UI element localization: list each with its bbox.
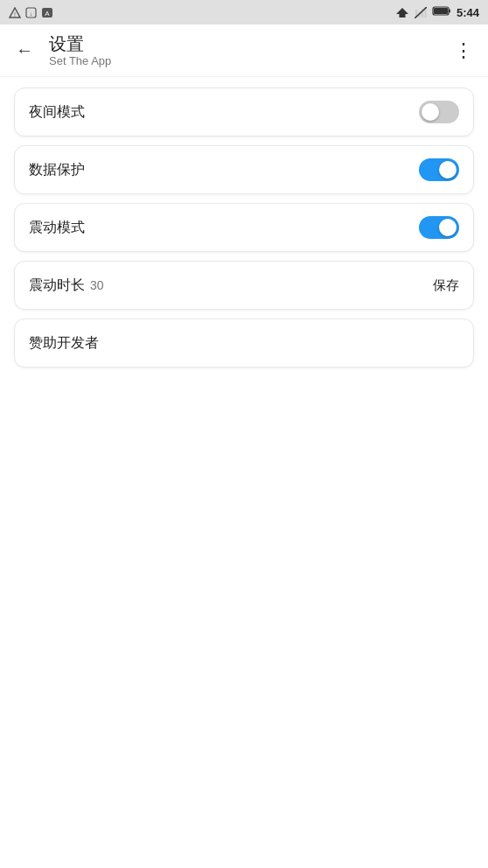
- back-arrow-icon: ←: [16, 40, 33, 60]
- data-protection-label: 数据保护: [29, 161, 419, 179]
- download-icon: ↓: [25, 7, 37, 18]
- save-button[interactable]: 保存: [433, 277, 459, 294]
- data-protection-row: 数据保护: [14, 145, 474, 194]
- more-dots-icon: ⋮: [454, 39, 474, 62]
- app-bar: ← 设置 Set The App ⋮: [0, 24, 488, 77]
- vibration-mode-toggle[interactable]: [419, 216, 459, 239]
- vibration-mode-row: 震动模式: [14, 203, 474, 252]
- status-bar: ! ↓ A 5:44: [0, 0, 488, 24]
- battery-icon: [432, 5, 451, 19]
- svg-rect-14: [434, 8, 448, 14]
- svg-text:A: A: [45, 10, 50, 18]
- svg-text:!: !: [14, 11, 16, 18]
- back-button[interactable]: ←: [7, 33, 42, 68]
- night-mode-toggle[interactable]: [419, 101, 459, 123]
- status-bar-left: ! ↓ A: [9, 7, 53, 18]
- vibration-duration-label: 震动时长: [29, 276, 85, 295]
- vibration-duration-content: 震动时长 30 保存: [29, 276, 459, 295]
- sponsor-row[interactable]: 赞助开发者: [14, 318, 474, 368]
- night-mode-thumb: [422, 103, 439, 121]
- vibration-duration-row: 震动时长 30 保存: [14, 261, 474, 310]
- page-title: 设置: [49, 33, 446, 54]
- settings-content: 夜间模式 数据保护 震动模式 震动时长 30 保存 赞助开发者: [0, 77, 488, 378]
- page-subtitle: Set The App: [49, 54, 446, 67]
- vibration-mode-thumb: [439, 219, 457, 236]
- svg-marker-6: [396, 8, 408, 18]
- time-display: 5:44: [457, 6, 479, 19]
- app-bar-title: 设置 Set The App: [49, 33, 446, 67]
- sponsor-label: 赞助开发者: [29, 334, 99, 353]
- svg-rect-13: [449, 10, 450, 13]
- night-mode-row: 夜间模式: [14, 88, 474, 136]
- signal-off-icon: [415, 7, 427, 18]
- vibration-duration-value: 30: [90, 278, 104, 292]
- data-protection-thumb: [439, 161, 457, 178]
- vibration-mode-label: 震动模式: [29, 219, 419, 237]
- warning-icon: !: [9, 7, 21, 18]
- app-icon: A: [41, 7, 53, 18]
- status-bar-right: 5:44: [395, 5, 479, 19]
- data-protection-toggle[interactable]: [419, 158, 459, 181]
- wifi-signal-icon: [395, 7, 409, 18]
- svg-text:↓: ↓: [30, 10, 33, 17]
- more-options-button[interactable]: ⋮: [446, 33, 481, 68]
- night-mode-label: 夜间模式: [29, 103, 419, 122]
